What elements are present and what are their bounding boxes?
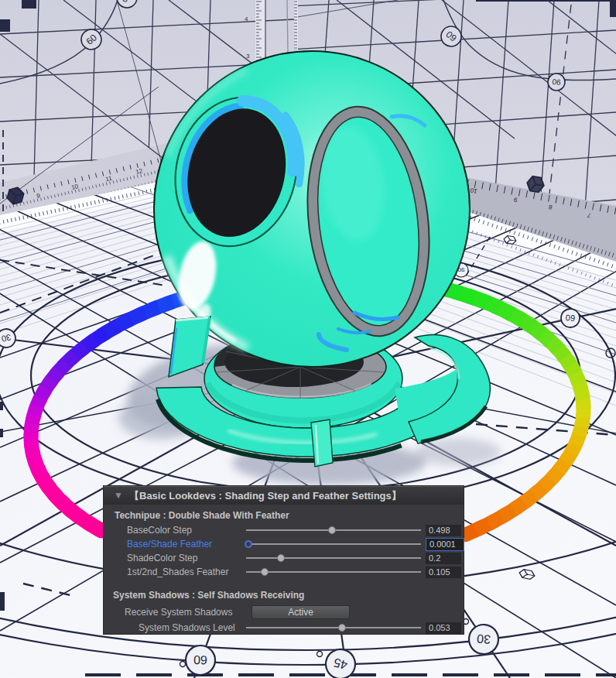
svg-text:3: 3 bbox=[246, 53, 250, 60]
svg-text:30: 30 bbox=[476, 632, 491, 645]
svg-text:60: 60 bbox=[193, 653, 207, 667]
svg-text:06: 06 bbox=[552, 77, 561, 87]
svg-text:4: 4 bbox=[245, 15, 248, 22]
svg-text:60: 60 bbox=[565, 313, 575, 323]
svg-text:30: 30 bbox=[1, 333, 12, 344]
